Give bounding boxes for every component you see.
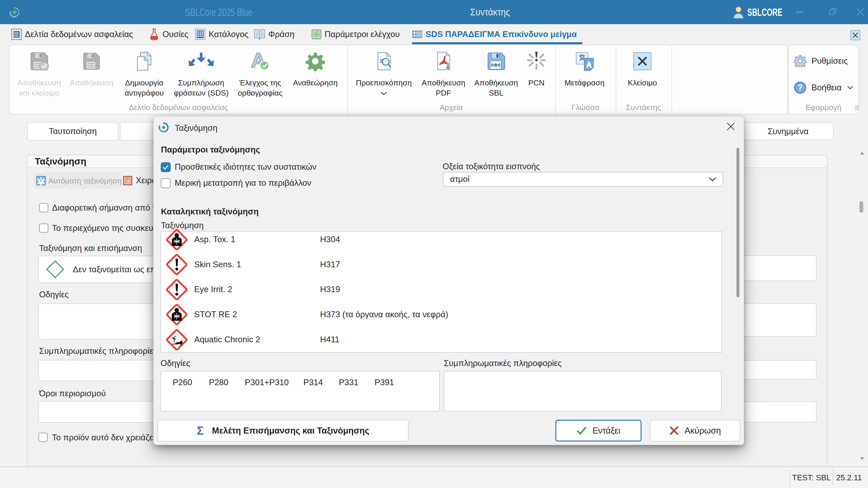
- svg-text:?: ?: [798, 83, 803, 92]
